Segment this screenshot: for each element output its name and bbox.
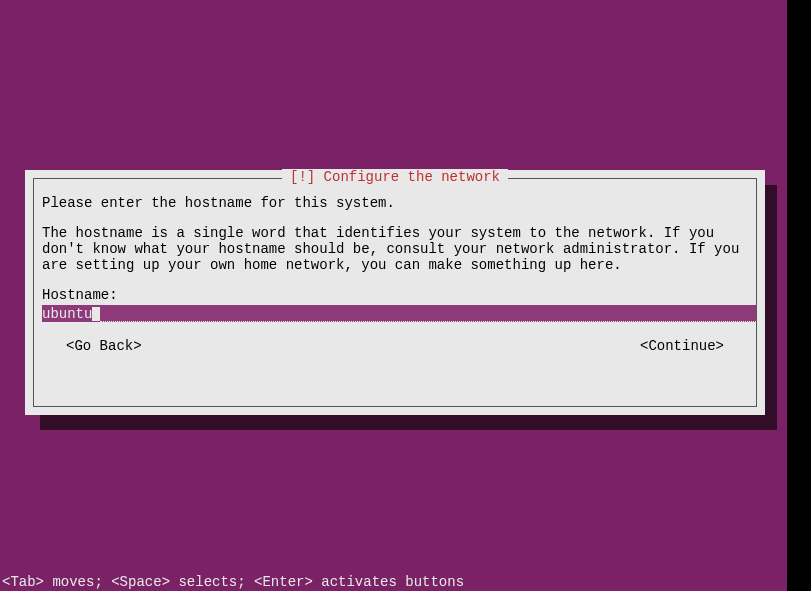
description-text: The hostname is a single word that ident…: [42, 225, 748, 273]
help-bar: <Tab> moves; <Space> selects; <Enter> ac…: [0, 574, 466, 591]
text-cursor: [92, 307, 100, 321]
hostname-label: Hostname:: [42, 287, 748, 303]
configure-network-dialog: [!] Configure the network Please enter t…: [25, 170, 765, 415]
continue-button[interactable]: <Continue>: [640, 338, 724, 354]
right-black-strip: [787, 0, 811, 591]
intro-text: Please enter the hostname for this syste…: [42, 195, 748, 211]
hostname-input[interactable]: ubuntu: [42, 305, 756, 322]
go-back-button[interactable]: <Go Back>: [66, 338, 142, 354]
button-row: <Go Back> <Continue>: [42, 338, 748, 354]
dialog-border: [!] Configure the network Please enter t…: [33, 178, 757, 407]
input-fill: [100, 305, 756, 322]
dialog-title: [!] Configure the network: [282, 169, 508, 185]
hostname-value: ubuntu: [42, 306, 92, 322]
